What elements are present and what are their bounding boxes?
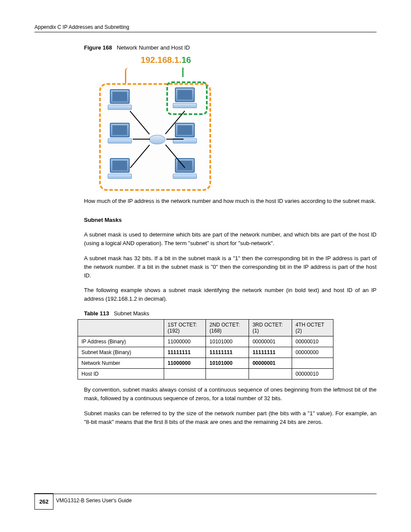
network-bracket-icon <box>125 68 134 81</box>
page-number: 262 <box>34 493 53 510</box>
table-header-cell: 2ND OCTET:(168) <box>206 320 249 336</box>
computer-icon <box>172 123 198 146</box>
host-bracket-icon <box>175 68 184 77</box>
table-cell: 00000001 <box>249 358 292 369</box>
table-cell: 11000000 <box>164 358 206 369</box>
page-header: Appendix C IP Addresses and Subnetting <box>34 24 377 32</box>
computer-icon <box>172 87 198 111</box>
table-header-cell: 3RD OCTET:(1) <box>249 320 292 336</box>
figure-title: Network Number and Host ID <box>117 44 190 51</box>
wire-icon <box>166 139 184 140</box>
table-cell: Host ID <box>78 369 164 380</box>
computer-icon <box>107 158 133 182</box>
table-header-cell: 1ST OCTET:(192) <box>164 320 206 336</box>
table-row: Network Number 11000000 10101000 0000000… <box>78 358 333 369</box>
table-cell <box>206 369 249 380</box>
table-header-cell <box>78 320 164 336</box>
table-header-cell: 4TH OCTET(2) <box>292 320 333 336</box>
footer-rule <box>34 494 377 494</box>
table-cell: 11111111 <box>164 347 206 358</box>
table-cell <box>292 358 333 369</box>
table-cell: 10101000 <box>206 358 249 369</box>
table-cell: Network Number <box>78 358 164 369</box>
body-paragraph: Subnet masks can be referred to by the s… <box>84 409 377 426</box>
wire-icon <box>130 145 149 168</box>
computer-icon <box>172 158 198 182</box>
wire-icon <box>133 139 150 140</box>
body-paragraph: By convention, subnet masks always consi… <box>84 386 377 403</box>
subnet-mask-table: 1ST OCTET:(192) 2ND OCTET:(168) 3RD OCTE… <box>78 319 333 380</box>
table-cell: 11111111 <box>206 347 249 358</box>
table-cell: 00000000 <box>292 347 333 358</box>
table-row: Host ID 00000010 <box>78 369 333 380</box>
table-caption: Table 113 Subnet Masks <box>84 310 377 317</box>
table-cell: 00000010 <box>292 369 333 380</box>
network-box <box>99 83 211 191</box>
table-cell: 11111111 <box>249 347 292 358</box>
table-row: Subnet Mask (Binary) 11111111 11111111 1… <box>78 347 333 358</box>
table-cell: 00000010 <box>292 336 333 347</box>
table-cell: 00000001 <box>249 336 292 347</box>
table-label: Table 113 <box>84 310 109 317</box>
table-cell: 10101000 <box>206 336 249 347</box>
body-paragraph: How much of the IP address is the networ… <box>84 197 377 205</box>
router-icon <box>149 135 165 144</box>
sub-heading: Subnet Masks <box>84 216 377 224</box>
table-row: IP Address (Binary) 11000000 10101000 00… <box>78 336 333 347</box>
ip-host-part: 16 <box>181 55 191 65</box>
body-paragraph: A subnet mask is used to determine which… <box>84 230 377 248</box>
body-paragraph: The following example shows a subnet mas… <box>84 286 377 303</box>
figure-caption: Figure 168 Network Number and Host ID <box>84 44 377 51</box>
table-cell <box>249 369 292 380</box>
table-header-row: 1ST OCTET:(192) 2ND OCTET:(168) 3RD OCTE… <box>78 320 333 336</box>
table-title: Subnet Masks <box>114 310 149 317</box>
network-diagram: 192.168.1.16 <box>99 55 215 191</box>
ip-address-label: 192.168.1.16 <box>116 55 215 65</box>
computer-icon <box>107 123 133 146</box>
table-cell: Subnet Mask (Binary) <box>78 347 164 358</box>
body-paragraph: A subnet mask has 32 bits. If a bit in t… <box>84 254 377 280</box>
wire-icon <box>130 111 149 134</box>
ip-network-part: 192.168.1. <box>141 55 182 65</box>
figure-label: Figure 168 <box>84 44 112 51</box>
table-cell <box>164 369 206 380</box>
computer-icon <box>107 89 133 113</box>
table-cell: 11000000 <box>164 336 206 347</box>
table-cell: IP Address (Binary) <box>78 336 164 347</box>
footer-text: VMG1312-B Series User's Guide <box>56 498 132 504</box>
